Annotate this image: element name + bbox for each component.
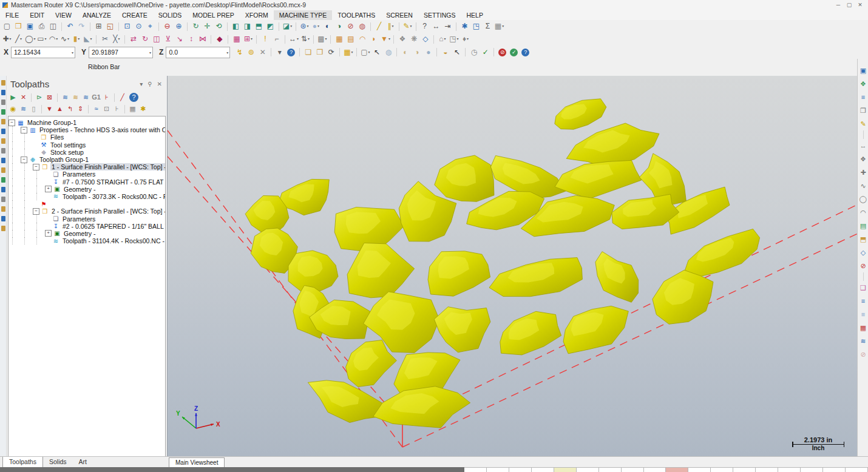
redo-icon[interactable]: ↷ xyxy=(76,21,87,32)
panel-pin-icon[interactable]: ⚲ xyxy=(147,81,152,87)
auto-spline-icon[interactable]: ∿ xyxy=(858,181,868,190)
analyze-collision-icon[interactable]: ✱ xyxy=(459,21,470,32)
tree-row[interactable]: −❒1 - Surface Finish Parallel - [WCS: To… xyxy=(8,163,165,170)
analyze-chain-icon[interactable]: ⇥ xyxy=(442,21,453,32)
clipped-icon[interactable] xyxy=(1,148,5,153)
quick-save-icon[interactable]: ▣ xyxy=(858,66,868,75)
remove-hidden-icon[interactable]: ⊘ xyxy=(345,21,356,32)
tree-label[interactable]: Stock setup xyxy=(49,149,85,156)
y-coordinate-dropdown[interactable]: ▾ xyxy=(149,50,151,55)
wireframe-display-icon[interactable]: ⊛▾ xyxy=(299,21,310,32)
move-insert-updown-icon[interactable]: ⇕ xyxy=(76,104,85,113)
clipped-icon[interactable] xyxy=(1,138,5,144)
machine-sim-icon[interactable]: ⌂▾ xyxy=(437,34,447,44)
only-display-selected-icon[interactable]: ≈ xyxy=(92,104,101,113)
tree-label[interactable]: 2 - Surface Finish Parallel - [WCS: Top]… xyxy=(50,207,165,215)
create-point-icon[interactable]: ✚▾ xyxy=(2,34,12,44)
tree-row[interactable]: −▦Machine Group-1 xyxy=(8,119,165,126)
create-line-icon[interactable]: ╱▾ xyxy=(13,34,24,44)
z-coordinate-field[interactable]: ▾ xyxy=(166,47,230,58)
select-window-dropdown-icon[interactable]: ▾ xyxy=(368,47,370,58)
tree-row[interactable]: ↧#7 - 0.7500 STRAIGHT - 0.75 FLAT ENDMIL… xyxy=(8,178,165,186)
surface-sweep-icon[interactable]: ◗ xyxy=(368,34,379,44)
tree-row[interactable]: ❏Parameters xyxy=(8,215,165,222)
grid-settings-dropdown-icon[interactable]: ▾ xyxy=(502,21,504,32)
xform-scale-icon[interactable]: ↘ xyxy=(174,34,185,44)
unselect-all-operations-icon[interactable]: ✕ xyxy=(19,93,28,102)
post-process-dropdown-icon[interactable]: ▾ xyxy=(457,34,459,44)
panel-close-icon[interactable]: ✕ xyxy=(157,81,162,87)
auto-surface-icon[interactable]: ▤ xyxy=(858,221,868,231)
surface-flat-icon[interactable]: ▤ xyxy=(345,34,356,44)
tree-row[interactable]: −▥Properties - Techno HDS 3-axis router … xyxy=(8,126,165,133)
menu-file[interactable]: FILE xyxy=(0,10,24,20)
rotate-dynamic-icon[interactable]: ↻ xyxy=(191,21,201,32)
collapse-icon[interactable]: − xyxy=(8,120,15,126)
menu-machine-type[interactable]: MACHINE TYPE xyxy=(274,10,333,20)
hatch-dropdown-icon[interactable]: ▾ xyxy=(325,34,327,44)
tree-row[interactable]: +▣Geometry - xyxy=(8,230,165,237)
menu-view[interactable]: VIEW xyxy=(50,10,77,20)
menu-solids[interactable]: SOLIDS xyxy=(153,10,188,20)
post-process-icon[interactable]: ◳▾ xyxy=(449,34,459,44)
zoom-window-icon[interactable]: ⊡ xyxy=(122,21,132,32)
fast-point-icon[interactable]: ⊚ xyxy=(246,47,256,58)
create-rectangle-icon[interactable]: ▭▾ xyxy=(36,34,47,44)
x-coordinate-dropdown[interactable]: ▾ xyxy=(72,50,73,55)
translucent-display-icon[interactable]: ◍ xyxy=(357,21,367,32)
move-insert-down-icon[interactable]: ▼ xyxy=(45,104,54,113)
auto-grid-icon[interactable]: ▦ xyxy=(858,323,868,332)
create-circle-dropdown-icon[interactable]: ▾ xyxy=(33,34,35,44)
auto-circle-icon[interactable]: ◯ xyxy=(858,194,868,204)
menu-toolpaths[interactable]: TOOLPATHS xyxy=(332,10,381,20)
select-result-icon[interactable]: ◍ xyxy=(383,47,393,58)
auto-disable-icon[interactable]: ⊘ xyxy=(858,261,868,271)
help-2-icon[interactable]: ? xyxy=(521,49,529,56)
clipped-icon[interactable] xyxy=(1,206,5,212)
clipped-icon[interactable] xyxy=(1,197,5,202)
clipped-icon[interactable] xyxy=(1,129,5,134)
break-dropdown-icon[interactable]: ▾ xyxy=(118,34,120,44)
auto-note-icon[interactable]: ❑ xyxy=(858,283,868,292)
zoom-in-icon[interactable]: ⊕ xyxy=(174,21,184,32)
wireframe-display-dropdown-icon[interactable]: ▾ xyxy=(307,21,309,32)
view-right-icon[interactable]: ◩ xyxy=(265,21,276,32)
machine-group-setup-icon[interactable]: ▦ xyxy=(128,104,137,113)
verify-icon[interactable]: ♦▾ xyxy=(460,34,470,44)
shaded-display-dropdown-icon[interactable]: ▾ xyxy=(317,21,319,32)
xform-offset-icon[interactable]: ◫ xyxy=(151,34,161,44)
select-edge-icon[interactable]: ◑ xyxy=(412,47,422,58)
clipped-icon[interactable] xyxy=(1,167,5,173)
quick-pencil-icon[interactable]: ✎ xyxy=(858,119,868,129)
clipped-icon[interactable] xyxy=(1,99,5,105)
orient-view-icon[interactable]: ⟲ xyxy=(214,21,224,32)
select-arrow-icon[interactable]: ↖ xyxy=(371,47,382,58)
dim-horizontal-icon[interactable]: ↔▾ xyxy=(288,34,299,44)
select-all-operations-icon[interactable]: ▶ xyxy=(8,93,18,102)
select-verify-icon[interactable]: ↖ xyxy=(452,47,462,58)
create-spline-icon[interactable]: ∿▾ xyxy=(59,34,70,44)
tree-label[interactable]: Files xyxy=(49,133,65,141)
tab-toolpaths[interactable]: Toolpaths xyxy=(2,457,43,468)
tree-row[interactable]: −❒2 - Surface Finish Parallel - [WCS: To… xyxy=(8,207,165,215)
view-named-icon[interactable]: ◪▾ xyxy=(282,21,293,32)
regen-modified-icon[interactable]: ≋ xyxy=(71,93,80,102)
clipped-icon[interactable] xyxy=(1,109,5,115)
select-body-icon[interactable]: ● xyxy=(423,47,433,58)
leader-icon[interactable]: ⌐ xyxy=(271,34,282,44)
tree-label[interactable]: Toolpath Group-1 xyxy=(38,156,90,163)
create-circle-icon[interactable]: ◯▾ xyxy=(25,34,35,44)
move-insert-up-icon[interactable]: ▲ xyxy=(55,104,64,113)
create-primitive-icon[interactable]: ▮▾ xyxy=(71,34,81,44)
clipped-icon[interactable] xyxy=(1,158,5,163)
select-last-icon[interactable]: ❏ xyxy=(303,47,313,58)
menu-edit[interactable]: EDIT xyxy=(24,10,50,20)
tree-label[interactable]: #7 - 0.7500 STRAIGHT - 0.75 FLAT ENDMILL xyxy=(61,178,165,186)
tree-row[interactable]: ↧#2 - 0.0625 TAPERED - 1/16" BALL TAPER xyxy=(8,223,165,230)
analyze-toolpath-icon[interactable]: ╱ xyxy=(118,93,127,102)
shaded-display-icon[interactable]: ●▾ xyxy=(311,21,321,32)
grid-settings-icon[interactable]: ▦▾ xyxy=(494,21,504,32)
backplot-icon[interactable]: ⊦ xyxy=(102,93,111,102)
regen-all-icon[interactable]: ≋ xyxy=(61,93,70,102)
print-icon[interactable]: ⎙ xyxy=(36,21,47,32)
